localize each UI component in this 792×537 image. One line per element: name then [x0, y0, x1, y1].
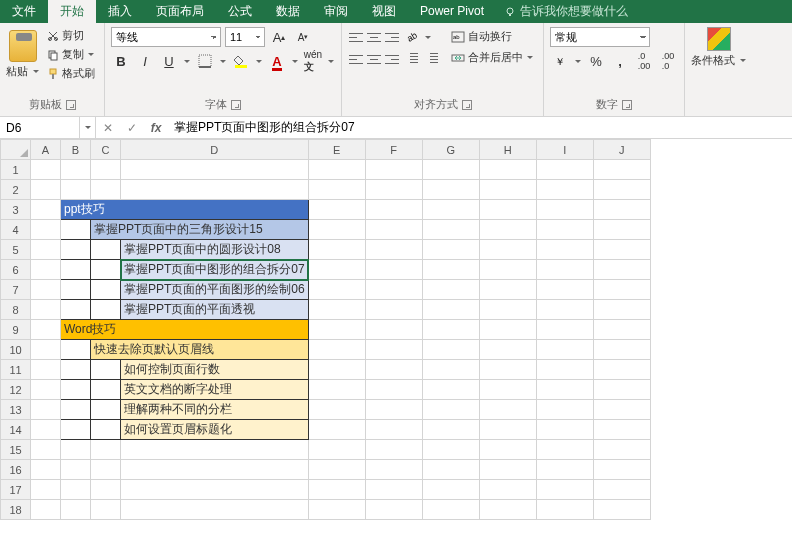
row-header[interactable]: 15: [1, 440, 31, 460]
paste-dropdown[interactable]: [32, 70, 40, 73]
underline-button[interactable]: U: [159, 51, 179, 71]
copy-dropdown[interactable]: [87, 53, 95, 56]
cell[interactable]: 理解两种不同的分栏: [121, 400, 309, 420]
tab-formula[interactable]: 公式: [216, 0, 264, 23]
grow-font-button[interactable]: A▴: [269, 27, 289, 47]
row-header[interactable]: 3: [1, 200, 31, 220]
align-middle-button[interactable]: [366, 30, 382, 44]
border-dropdown[interactable]: [219, 60, 227, 63]
row-header[interactable]: 12: [1, 380, 31, 400]
decrease-indent-button[interactable]: [402, 51, 420, 67]
italic-button[interactable]: I: [135, 51, 155, 71]
cell[interactable]: 如何控制页面行数: [121, 360, 309, 380]
comma-button[interactable]: ,: [610, 51, 630, 71]
align-left-button[interactable]: [348, 52, 364, 66]
phonetic-button[interactable]: wén文: [303, 51, 323, 71]
align-bottom-button[interactable]: [384, 30, 400, 44]
conditional-format-icon[interactable]: [707, 27, 731, 51]
font-size-select[interactable]: [225, 27, 265, 47]
row-header[interactable]: 18: [1, 500, 31, 520]
tab-powerpivot[interactable]: Power Pivot: [408, 0, 496, 23]
paste-label[interactable]: 粘贴: [6, 64, 28, 79]
align-launcher[interactable]: [462, 100, 472, 110]
align-top-button[interactable]: [348, 30, 364, 44]
col-header[interactable]: E: [308, 140, 365, 160]
merge-dropdown[interactable]: [526, 56, 534, 59]
tab-view[interactable]: 视图: [360, 0, 408, 23]
fill-color-button[interactable]: [231, 51, 251, 71]
font-color-button[interactable]: A: [267, 51, 287, 71]
row-header[interactable]: 11: [1, 360, 31, 380]
row-header[interactable]: 2: [1, 180, 31, 200]
orientation-dropdown[interactable]: [424, 36, 432, 39]
cell[interactable]: 掌握PPT页面的平面图形的绘制06: [121, 280, 309, 300]
font-name-select[interactable]: [111, 27, 221, 47]
row-header[interactable]: 4: [1, 220, 31, 240]
cell[interactable]: ppt技巧: [61, 200, 309, 220]
cell-selected[interactable]: 掌握PPT页面中图形的组合拆分07: [121, 260, 309, 280]
name-box[interactable]: [0, 117, 80, 138]
tab-layout[interactable]: 页面布局: [144, 0, 216, 23]
row-header[interactable]: 10: [1, 340, 31, 360]
decrease-decimal-button[interactable]: .00.0: [658, 51, 678, 71]
col-header[interactable]: J: [593, 140, 650, 160]
cell[interactable]: 如何设置页眉标题化: [121, 420, 309, 440]
tab-data[interactable]: 数据: [264, 0, 312, 23]
row-header[interactable]: 1: [1, 160, 31, 180]
tell-me[interactable]: 告诉我你想要做什么: [504, 3, 628, 20]
col-header[interactable]: A: [31, 140, 61, 160]
tab-review[interactable]: 审阅: [312, 0, 360, 23]
formula-input[interactable]: [168, 117, 792, 138]
percent-button[interactable]: %: [586, 51, 606, 71]
paste-icon[interactable]: [9, 30, 37, 62]
align-center-button[interactable]: [366, 52, 382, 66]
cell[interactable]: 快速去除页默认页眉线: [91, 340, 309, 360]
row-header[interactable]: 13: [1, 400, 31, 420]
cell[interactable]: Word技巧: [61, 320, 309, 340]
phonetic-dropdown[interactable]: [327, 60, 335, 63]
painter-button[interactable]: 格式刷: [44, 65, 98, 82]
cell[interactable]: 掌握PPT页面的平面透视: [121, 300, 309, 320]
select-all-corner[interactable]: [1, 140, 31, 160]
col-header[interactable]: F: [365, 140, 422, 160]
fontcolor-dropdown[interactable]: [291, 60, 299, 63]
accounting-dropdown[interactable]: [574, 60, 582, 63]
row-header[interactable]: 6: [1, 260, 31, 280]
row-header[interactable]: 14: [1, 420, 31, 440]
increase-decimal-button[interactable]: .0.00: [634, 51, 654, 71]
font-launcher[interactable]: [231, 100, 241, 110]
cf-dropdown[interactable]: [739, 59, 747, 62]
name-box-dropdown[interactable]: [80, 117, 96, 138]
accounting-button[interactable]: ￥: [550, 51, 570, 71]
row-header[interactable]: 9: [1, 320, 31, 340]
number-format-select[interactable]: [550, 27, 650, 47]
tab-file[interactable]: 文件: [0, 0, 48, 23]
wrap-text-button[interactable]: ab自动换行: [448, 28, 537, 45]
tab-insert[interactable]: 插入: [96, 0, 144, 23]
underline-dropdown[interactable]: [183, 60, 191, 63]
cell[interactable]: 掌握PPT页面中的三角形设计15: [91, 220, 309, 240]
row-header[interactable]: 16: [1, 460, 31, 480]
increase-indent-button[interactable]: [422, 51, 440, 67]
tab-home[interactable]: 开始: [48, 0, 96, 23]
cut-button[interactable]: 剪切: [44, 27, 98, 44]
row-header[interactable]: 17: [1, 480, 31, 500]
row-header[interactable]: 5: [1, 240, 31, 260]
align-right-button[interactable]: [384, 52, 400, 66]
cancel-formula-button[interactable]: ✕: [96, 117, 120, 138]
row-header[interactable]: 8: [1, 300, 31, 320]
merge-button[interactable]: 合并后居中: [448, 49, 537, 66]
clipboard-launcher[interactable]: [66, 100, 76, 110]
row-header[interactable]: 7: [1, 280, 31, 300]
number-launcher[interactable]: [622, 100, 632, 110]
cf-label[interactable]: 条件格式: [691, 53, 735, 68]
fill-dropdown[interactable]: [255, 60, 263, 63]
enter-formula-button[interactable]: ✓: [120, 117, 144, 138]
orientation-button[interactable]: ab: [402, 27, 422, 47]
spreadsheet-grid[interactable]: A B C D E F G H I J 1 2 3ppt技巧 4掌握PPT页面中…: [0, 139, 792, 537]
col-header[interactable]: B: [61, 140, 91, 160]
col-header[interactable]: H: [479, 140, 536, 160]
cell[interactable]: 掌握PPT页面中的圆形设计08: [121, 240, 309, 260]
copy-button[interactable]: 复制: [44, 46, 98, 63]
cell[interactable]: 英文文档的断字处理: [121, 380, 309, 400]
